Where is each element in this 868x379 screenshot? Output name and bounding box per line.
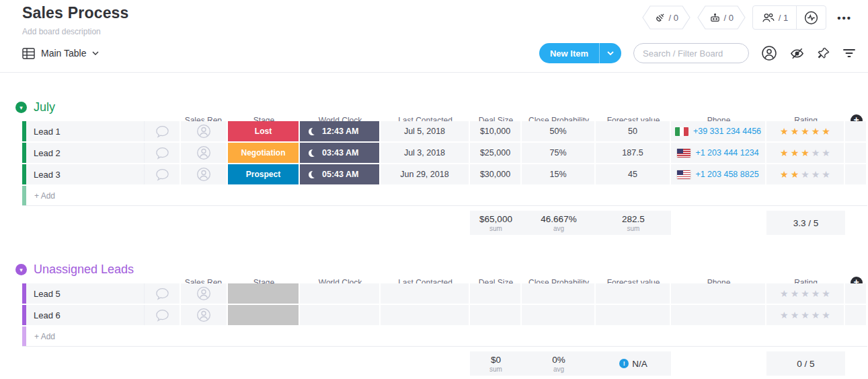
integrations-badge[interactable]: / 0 (642, 5, 691, 30)
phone-number[interactable]: +39 331 234 4456 (693, 127, 761, 136)
more-options-icon[interactable]: ••• (833, 12, 856, 24)
star-icon[interactable]: ★ (812, 310, 820, 320)
star-icon[interactable]: ★ (822, 126, 830, 137)
stage-cell-empty[interactable] (228, 305, 300, 325)
board-description-placeholder[interactable]: Add board description (22, 27, 129, 36)
stage-cell[interactable]: Lost (228, 121, 300, 141)
phone-cell[interactable]: +1 203 458 8825 (671, 164, 766, 184)
conversation-button[interactable] (145, 305, 181, 325)
add-item-row[interactable]: + Add (22, 326, 867, 347)
sales-rep-avatar[interactable] (181, 283, 228, 304)
world-clock-cell[interactable]: 03:43 AM (300, 143, 381, 163)
item-name[interactable]: Lead 2 (26, 143, 145, 163)
star-icon[interactable]: ★ (801, 310, 810, 320)
new-item-dropdown[interactable] (599, 43, 621, 63)
stage-cell[interactable]: Negotiation (228, 143, 300, 163)
group-title[interactable]: Unassigned Leads (34, 263, 134, 277)
new-item-button[interactable]: New Item (539, 43, 621, 63)
world-clock-cell[interactable]: 12:43 AM (300, 121, 381, 141)
last-contacted-cell[interactable] (381, 283, 470, 304)
summary-close-probability[interactable]: 46.667% avg (522, 211, 596, 235)
summary-forecast-value[interactable]: ! N/A (596, 351, 671, 376)
activity-log-button[interactable] (797, 6, 826, 29)
search-input[interactable] (643, 48, 740, 59)
rating-cell[interactable]: ★★★★★ (766, 121, 845, 141)
star-icon[interactable]: ★ (780, 310, 789, 320)
last-contacted-cell[interactable] (381, 305, 470, 325)
star-icon[interactable]: ★ (780, 147, 789, 158)
star-icon[interactable]: ★ (812, 126, 820, 137)
rating-cell[interactable]: ★★★★★ (766, 283, 845, 304)
summary-rating[interactable]: 3.3 / 5 (766, 211, 845, 235)
deal-size-cell[interactable]: $25,000 (470, 143, 522, 163)
phone-cell[interactable] (671, 283, 766, 304)
phone-cell[interactable]: +39 331 234 4456 (671, 121, 766, 141)
star-icon[interactable]: ★ (791, 288, 799, 299)
star-icon[interactable]: ★ (791, 126, 799, 137)
close-probability-cell[interactable]: 50% (522, 121, 596, 141)
last-contacted-cell[interactable]: Jul 5, 2018 (381, 121, 470, 141)
star-icon[interactable]: ★ (780, 169, 789, 180)
star-icon[interactable]: ★ (801, 147, 810, 158)
conversation-button[interactable] (145, 283, 181, 304)
item-name[interactable]: Lead 5 (26, 283, 145, 304)
item-name[interactable]: Lead 1 (26, 121, 145, 141)
world-clock-cell[interactable] (300, 283, 381, 304)
forecast-value-cell[interactable]: 45 (596, 164, 671, 184)
close-probability-cell[interactable] (522, 305, 596, 325)
phone-number[interactable]: +1 203 444 1234 (695, 148, 758, 158)
conversation-button[interactable] (145, 164, 181, 184)
collapse-group-icon[interactable]: ▾ (15, 102, 27, 113)
filter-button[interactable] (842, 48, 856, 59)
summary-rating[interactable]: 0 / 5 (766, 351, 845, 376)
stage-cell[interactable]: Prospect (228, 164, 300, 184)
add-item-row[interactable]: + Add (22, 186, 867, 206)
summary-forecast-value[interactable]: 282.5 sum (596, 211, 671, 235)
close-probability-cell[interactable]: 15% (522, 164, 596, 184)
forecast-value-cell[interactable]: 50 (596, 121, 671, 141)
group-title[interactable]: July (34, 100, 55, 114)
star-icon[interactable]: ★ (801, 169, 810, 180)
forecast-value-cell[interactable] (596, 283, 671, 304)
star-icon[interactable]: ★ (822, 310, 830, 320)
summary-deal-size[interactable]: $0 sum (470, 351, 522, 376)
star-icon[interactable]: ★ (801, 126, 810, 137)
sales-rep-avatar[interactable] (181, 164, 228, 184)
star-icon[interactable]: ★ (780, 288, 789, 299)
last-contacted-cell[interactable]: Jun 29, 2018 (381, 164, 470, 184)
forecast-value-cell[interactable]: 187.5 (596, 143, 671, 163)
star-icon[interactable]: ★ (822, 169, 830, 180)
last-contacted-cell[interactable]: Jul 3, 2018 (381, 143, 470, 163)
board-subscribers-button[interactable]: / 1 (753, 6, 796, 29)
deal-size-cell[interactable]: $30,000 (470, 164, 522, 184)
rating-cell[interactable]: ★★★★★ (766, 305, 845, 325)
person-filter-button[interactable] (761, 45, 777, 61)
phone-cell[interactable] (671, 305, 766, 325)
automations-badge[interactable]: / 0 (697, 5, 746, 30)
rating-cell[interactable]: ★★★★★ (766, 164, 845, 184)
phone-cell[interactable]: +1 203 444 1234 (671, 143, 766, 163)
star-icon[interactable]: ★ (822, 288, 830, 299)
rating-cell[interactable]: ★★★★★ (766, 143, 845, 163)
star-icon[interactable]: ★ (822, 147, 830, 158)
star-icon[interactable]: ★ (791, 147, 799, 158)
star-icon[interactable]: ★ (812, 147, 820, 158)
star-icon[interactable]: ★ (780, 126, 789, 137)
close-probability-cell[interactable]: 75% (522, 143, 596, 163)
deal-size-cell[interactable]: $10,000 (470, 121, 522, 141)
conversation-button[interactable] (145, 121, 181, 141)
phone-number[interactable]: +1 203 458 8825 (695, 170, 758, 179)
star-icon[interactable]: ★ (812, 288, 820, 299)
stage-cell-empty[interactable] (228, 283, 300, 304)
hidden-columns-button[interactable] (789, 46, 805, 61)
collapse-group-icon[interactable]: ▾ (15, 264, 27, 275)
conversation-button[interactable] (145, 143, 181, 163)
deal-size-cell[interactable] (470, 283, 522, 304)
world-clock-cell[interactable] (300, 305, 381, 325)
tab-main-table[interactable]: Main Table (22, 48, 99, 59)
summary-close-probability[interactable]: 0% avg (522, 351, 596, 376)
summary-deal-size[interactable]: $65,000 sum (470, 211, 522, 235)
sales-rep-avatar[interactable] (181, 143, 228, 163)
star-icon[interactable]: ★ (791, 169, 799, 180)
forecast-value-cell[interactable] (596, 305, 671, 325)
